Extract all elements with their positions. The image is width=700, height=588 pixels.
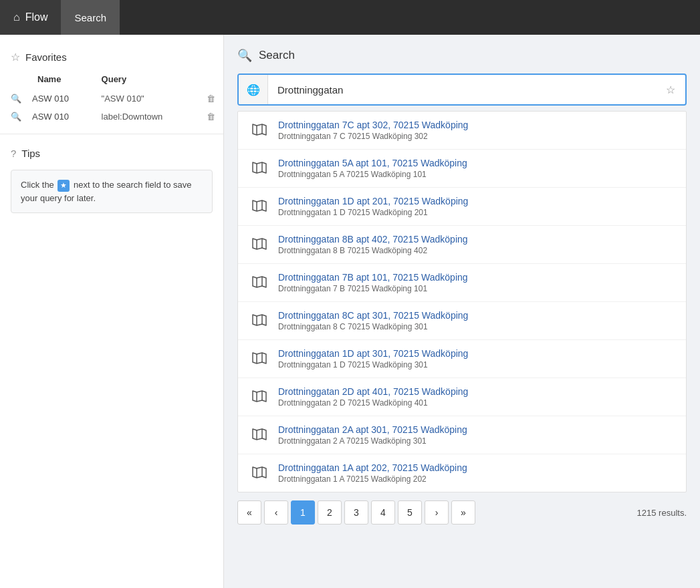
tips-star-badge: ★ bbox=[57, 180, 70, 192]
page-4-button[interactable]: 4 bbox=[371, 500, 395, 525]
map-icon bbox=[249, 348, 270, 370]
favorites-table: Name Query 🔍 ASW 010 "ASW 010" 🗑 🔍 ASW 0… bbox=[0, 71, 223, 126]
result-item[interactable]: Drottninggatan 8B apt 402, 70215 Wadköpi… bbox=[238, 226, 686, 264]
favorite-name: ASW 010 bbox=[27, 108, 96, 126]
result-item[interactable]: Drottninggatan 7C apt 302, 70215 Wadköpi… bbox=[238, 112, 686, 150]
page-first-button[interactable]: « bbox=[237, 500, 261, 525]
result-item[interactable]: Drottninggatan 1D apt 201, 70215 Wadköpi… bbox=[238, 188, 686, 226]
nav-search-button[interactable]: Search bbox=[61, 0, 120, 35]
result-text: Drottninggatan 8B apt 402, 70215 Wadköpi… bbox=[278, 234, 675, 255]
result-subtitle: Drottninggatan 8 C 70215 Wadköping 301 bbox=[278, 322, 675, 331]
pagination: « ‹ 12345 › » bbox=[237, 500, 475, 525]
result-item[interactable]: Drottninggatan 8C apt 301, 70215 Wadköpi… bbox=[238, 302, 686, 340]
map-icon bbox=[249, 424, 270, 446]
svg-marker-0 bbox=[253, 124, 266, 135]
flow-label: Flow bbox=[25, 11, 48, 23]
result-subtitle: Drottninggatan 1 A 70215 Wadköping 202 bbox=[278, 474, 675, 484]
result-item[interactable]: Drottninggatan 2D apt 401, 70215 Wadköpi… bbox=[238, 378, 686, 416]
svg-marker-18 bbox=[253, 353, 266, 363]
result-title: Drottninggatan 7B apt 101, 70215 Wadköpi… bbox=[278, 272, 675, 283]
home-icon: ⌂ bbox=[13, 11, 20, 23]
result-text: Drottninggatan 1D apt 201, 70215 Wadköpi… bbox=[278, 196, 675, 217]
page-next-button[interactable]: › bbox=[425, 500, 449, 525]
page-2-button[interactable]: 2 bbox=[318, 500, 342, 525]
favorites-section-title: ☆ Favorites bbox=[0, 45, 223, 71]
col-query: Query bbox=[96, 71, 201, 90]
result-subtitle: Drottninggatan 8 B 70215 Wadköping 402 bbox=[278, 246, 675, 255]
result-subtitle: Drottninggatan 5 A 70215 Wadköping 101 bbox=[278, 170, 675, 179]
search-header-label: Search bbox=[259, 49, 295, 62]
tips-label: Tips bbox=[21, 148, 40, 159]
result-item[interactable]: Drottninggatan 5A apt 101, 70215 Wadköpi… bbox=[238, 150, 686, 188]
tips-box: Click the ★ next to the search field to … bbox=[11, 170, 213, 213]
favorite-row[interactable]: 🔍 ASW 010 "ASW 010" 🗑 bbox=[0, 90, 223, 108]
page-3-button[interactable]: 3 bbox=[344, 500, 368, 525]
search-bar: 🌐 ☆ bbox=[237, 74, 687, 106]
result-subtitle: Drottninggatan 1 D 70215 Wadköping 201 bbox=[278, 208, 675, 217]
result-text: Drottninggatan 7B apt 101, 70215 Wadköpi… bbox=[278, 272, 675, 293]
result-text: Drottninggatan 1D apt 301, 70215 Wadköpi… bbox=[278, 348, 675, 370]
result-title: Drottninggatan 1D apt 201, 70215 Wadköpi… bbox=[278, 196, 675, 206]
map-icon bbox=[249, 158, 270, 179]
result-title: Drottninggatan 8B apt 402, 70215 Wadköpi… bbox=[278, 234, 675, 245]
result-subtitle: Drottninggatan 2 A 70215 Wadköping 301 bbox=[278, 436, 675, 446]
search-header: 🔍 Search bbox=[237, 48, 687, 63]
page-prev-button[interactable]: ‹ bbox=[264, 500, 288, 525]
result-item[interactable]: Drottninggatan 2A apt 301, 70215 Wadköpi… bbox=[238, 416, 686, 454]
result-subtitle: Drottninggatan 2 D 70215 Wadköping 401 bbox=[278, 398, 675, 408]
result-text: Drottninggatan 8C apt 301, 70215 Wadköpi… bbox=[278, 310, 675, 331]
map-icon bbox=[249, 234, 270, 255]
save-star-button[interactable]: ☆ bbox=[656, 75, 685, 104]
favorite-delete-button[interactable]: 🗑 bbox=[201, 108, 223, 126]
top-nav: ⌂ Flow Search bbox=[0, 0, 700, 35]
page-last-button[interactable]: » bbox=[451, 500, 475, 525]
result-subtitle: Drottninggatan 1 D 70215 Wadköping 301 bbox=[278, 360, 675, 370]
favorite-query: "ASW 010" bbox=[96, 90, 201, 108]
result-item[interactable]: Drottninggatan 7B apt 101, 70215 Wadköpi… bbox=[238, 264, 686, 302]
results-count: 1215 results. bbox=[637, 508, 687, 518]
svg-marker-9 bbox=[253, 239, 266, 249]
favorite-delete-button[interactable]: 🗑 bbox=[201, 90, 223, 108]
favorite-row[interactable]: 🔍 ASW 010 label:Downtown 🗑 bbox=[0, 108, 223, 126]
map-icon bbox=[249, 272, 270, 293]
favorite-query: label:Downtown bbox=[96, 108, 201, 126]
svg-marker-15 bbox=[253, 315, 266, 325]
result-text: Drottninggatan 7C apt 302, 70215 Wadköpi… bbox=[278, 120, 675, 141]
svg-marker-27 bbox=[253, 467, 266, 478]
globe-button[interactable]: 🌐 bbox=[239, 75, 268, 104]
page-1-button[interactable]: 1 bbox=[291, 500, 315, 525]
svg-marker-24 bbox=[253, 429, 266, 440]
map-icon bbox=[249, 462, 270, 484]
svg-marker-12 bbox=[253, 277, 266, 287]
search-header-icon: 🔍 bbox=[237, 48, 252, 63]
sidebar: ☆ Favorites Name Query 🔍 ASW 010 "ASW 01… bbox=[0, 35, 224, 588]
result-title: Drottninggatan 2A apt 301, 70215 Wadköpi… bbox=[278, 424, 675, 435]
map-icon bbox=[249, 120, 270, 141]
result-text: Drottninggatan 2A apt 301, 70215 Wadköpi… bbox=[278, 424, 675, 446]
result-item[interactable]: Drottninggatan 1D apt 301, 70215 Wadköpi… bbox=[238, 340, 686, 378]
tips-section-title: ? Tips bbox=[0, 142, 223, 167]
map-icon bbox=[249, 196, 270, 217]
favorites-label: Favorites bbox=[25, 51, 67, 63]
result-title: Drottninggatan 2D apt 401, 70215 Wadköpi… bbox=[278, 386, 675, 397]
result-subtitle: Drottninggatan 7 B 70215 Wadköping 101 bbox=[278, 284, 675, 293]
result-title: Drottninggatan 7C apt 302, 70215 Wadköpi… bbox=[278, 120, 675, 130]
result-text: Drottninggatan 2D apt 401, 70215 Wadköpi… bbox=[278, 386, 675, 408]
main-content: 🔍 Search 🌐 ☆ Drottninggatan 7C apt 302, … bbox=[224, 35, 700, 588]
svg-marker-6 bbox=[253, 200, 266, 211]
result-title: Drottninggatan 5A apt 101, 70215 Wadköpi… bbox=[278, 158, 675, 168]
nav-flow-button[interactable]: ⌂ Flow bbox=[0, 0, 61, 35]
result-item[interactable]: Drottninggatan 1A apt 202, 70215 Wadköpi… bbox=[238, 454, 686, 492]
result-title: Drottninggatan 8C apt 301, 70215 Wadköpi… bbox=[278, 310, 675, 321]
col-name: Name bbox=[27, 71, 96, 90]
favorite-search-icon: 🔍 bbox=[0, 90, 27, 108]
pagination-row: « ‹ 12345 › » 1215 results. bbox=[237, 500, 687, 525]
result-title: Drottninggatan 1A apt 202, 70215 Wadköpi… bbox=[278, 462, 675, 473]
map-icon bbox=[249, 310, 270, 331]
svg-marker-3 bbox=[253, 162, 266, 173]
search-nav-label: Search bbox=[74, 12, 106, 23]
page-5-button[interactable]: 5 bbox=[398, 500, 422, 525]
search-input[interactable] bbox=[268, 78, 656, 102]
svg-marker-21 bbox=[253, 391, 266, 402]
map-icon bbox=[249, 386, 270, 408]
